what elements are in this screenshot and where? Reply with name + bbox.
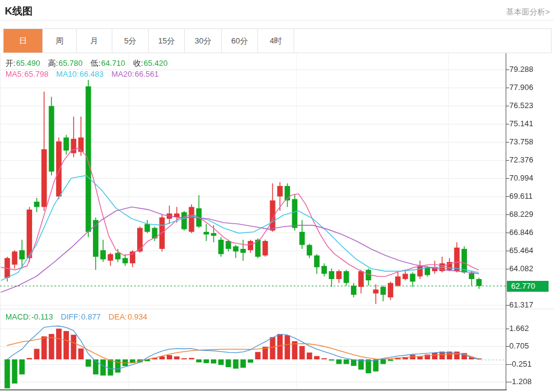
- period-tabbar: 日周月5分15分30分60分4时: [3, 28, 552, 53]
- tab-period-5[interactable]: 30分: [185, 29, 222, 53]
- page-title: K线图: [5, 4, 33, 18]
- price-tick-label: 69.611: [509, 191, 533, 201]
- kline-widget: K线图 基本面分析> 日周月5分15分30分60分4时 开:65.490高:65…: [0, 0, 554, 392]
- price-tick-label: 64.082: [509, 264, 533, 273]
- tab-period-2[interactable]: 月: [77, 29, 112, 53]
- macd-tick-label: 0.705: [509, 341, 529, 350]
- macd-legend: MACD:-0.113DIFF:0.877DEA:0.934: [5, 312, 155, 321]
- legend-ohlc-item-2: 低:64.710: [91, 59, 125, 68]
- price-tick-label: 70.994: [509, 173, 533, 182]
- legend-ma-item-1: MA10:66.483: [56, 69, 103, 79]
- fundamental-analysis-link[interactable]: 基本面分析>: [506, 7, 550, 18]
- price-tick-label: 73.758: [509, 137, 533, 146]
- price-tick-label: 72.376: [509, 155, 533, 164]
- price-tick-label: 76.523: [509, 101, 533, 110]
- legend-macd-item-2: DEA:0.934: [109, 312, 147, 321]
- price-tick-label: 61.317: [509, 300, 533, 309]
- header-divider: [0, 20, 554, 21]
- legend-ma-item-2: MA20:66.561: [111, 69, 158, 79]
- current-price-badge: 62.770: [507, 281, 549, 292]
- macd-tick-label: -1.208: [509, 377, 532, 386]
- price-tick-label: 77.906: [509, 83, 533, 92]
- legend-macd-item-0: MACD:-0.113: [5, 312, 53, 321]
- tab-period-1[interactable]: 周: [43, 29, 77, 53]
- macd-tick-label: 1.662: [509, 324, 529, 333]
- tab-period-7[interactable]: 4时: [258, 29, 294, 53]
- tab-period-6[interactable]: 60分: [222, 29, 258, 53]
- price-tick-label: 66.846: [509, 228, 533, 237]
- price-tick-label: 79.288: [509, 65, 533, 74]
- tab-period-4[interactable]: 15分: [149, 29, 185, 53]
- ma-legend: MA5:65.798MA10:66.483MA20:66.561: [5, 69, 167, 79]
- tab-period-3[interactable]: 5分: [112, 29, 149, 53]
- ohlc-legend: 开:65.490高:65.780低:64.710收:65.420: [5, 58, 176, 69]
- price-tick-label: 68.229: [509, 210, 533, 219]
- legend-macd-item-1: DIFF:0.877: [61, 312, 101, 321]
- price-tick-label: 65.464: [509, 246, 533, 255]
- legend-ohlc-item-1: 高:65.780: [48, 59, 82, 68]
- legend-ma-item-0: MA5:65.798: [5, 69, 48, 79]
- tab-period-0[interactable]: 日: [4, 29, 43, 53]
- legend-ohlc-item-3: 收:65.420: [133, 59, 167, 68]
- legend-ohlc-item-0: 开:65.490: [5, 59, 40, 68]
- macd-tick-label: -0.251: [509, 359, 532, 368]
- price-tick-label: 75.141: [509, 119, 533, 128]
